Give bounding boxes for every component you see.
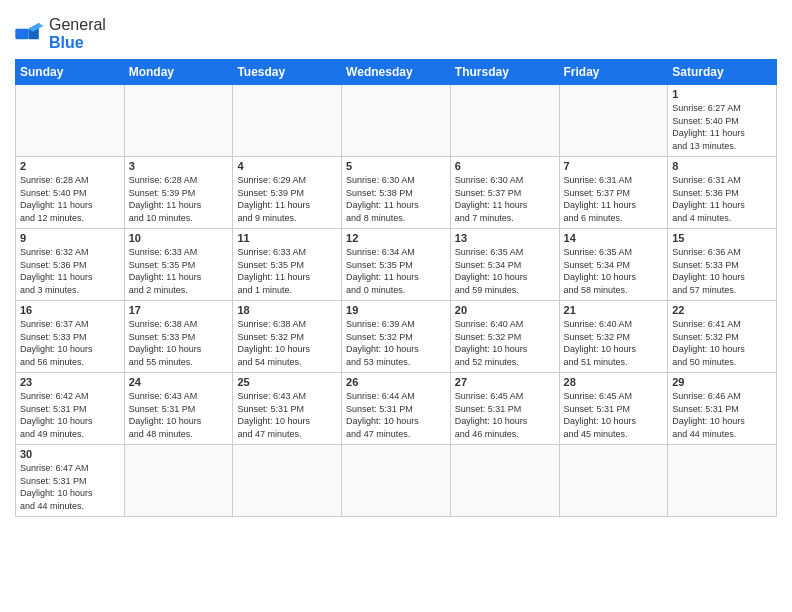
calendar-week-0: 1Sunrise: 6:27 AM Sunset: 5:40 PM Daylig…: [16, 85, 777, 157]
calendar-week-1: 2Sunrise: 6:28 AM Sunset: 5:40 PM Daylig…: [16, 157, 777, 229]
calendar-cell: 16Sunrise: 6:37 AM Sunset: 5:33 PM Dayli…: [16, 301, 125, 373]
day-number: 7: [564, 160, 664, 172]
day-info: Sunrise: 6:28 AM Sunset: 5:39 PM Dayligh…: [129, 174, 229, 224]
day-info: Sunrise: 6:30 AM Sunset: 5:38 PM Dayligh…: [346, 174, 446, 224]
day-number: 15: [672, 232, 772, 244]
calendar-cell: [559, 85, 668, 157]
day-number: 6: [455, 160, 555, 172]
day-info: Sunrise: 6:28 AM Sunset: 5:40 PM Dayligh…: [20, 174, 120, 224]
calendar-cell: 7Sunrise: 6:31 AM Sunset: 5:37 PM Daylig…: [559, 157, 668, 229]
logo: General Blue: [15, 16, 106, 51]
day-info: Sunrise: 6:42 AM Sunset: 5:31 PM Dayligh…: [20, 390, 120, 440]
calendar-cell: [233, 445, 342, 516]
weekday-header-friday: Friday: [559, 60, 668, 85]
calendar-cell: 25Sunrise: 6:43 AM Sunset: 5:31 PM Dayli…: [233, 373, 342, 445]
calendar-cell: [124, 445, 233, 516]
calendar-week-4: 23Sunrise: 6:42 AM Sunset: 5:31 PM Dayli…: [16, 373, 777, 445]
calendar-cell: [559, 445, 668, 516]
weekday-header-wednesday: Wednesday: [342, 60, 451, 85]
day-info: Sunrise: 6:46 AM Sunset: 5:31 PM Dayligh…: [672, 390, 772, 440]
day-info: Sunrise: 6:33 AM Sunset: 5:35 PM Dayligh…: [237, 246, 337, 296]
calendar-cell: 30Sunrise: 6:47 AM Sunset: 5:31 PM Dayli…: [16, 445, 125, 516]
calendar-header: SundayMondayTuesdayWednesdayThursdayFrid…: [16, 60, 777, 85]
day-number: 12: [346, 232, 446, 244]
day-number: 4: [237, 160, 337, 172]
day-info: Sunrise: 6:30 AM Sunset: 5:37 PM Dayligh…: [455, 174, 555, 224]
calendar-cell: 18Sunrise: 6:38 AM Sunset: 5:32 PM Dayli…: [233, 301, 342, 373]
calendar-week-2: 9Sunrise: 6:32 AM Sunset: 5:36 PM Daylig…: [16, 229, 777, 301]
day-number: 23: [20, 376, 120, 388]
calendar-cell: 27Sunrise: 6:45 AM Sunset: 5:31 PM Dayli…: [450, 373, 559, 445]
day-info: Sunrise: 6:43 AM Sunset: 5:31 PM Dayligh…: [237, 390, 337, 440]
calendar-cell: 29Sunrise: 6:46 AM Sunset: 5:31 PM Dayli…: [668, 373, 777, 445]
day-number: 3: [129, 160, 229, 172]
weekday-header-thursday: Thursday: [450, 60, 559, 85]
day-info: Sunrise: 6:41 AM Sunset: 5:32 PM Dayligh…: [672, 318, 772, 368]
logo-icon: [15, 23, 45, 45]
svg-rect-0: [15, 28, 28, 38]
day-number: 11: [237, 232, 337, 244]
day-info: Sunrise: 6:31 AM Sunset: 5:36 PM Dayligh…: [672, 174, 772, 224]
day-info: Sunrise: 6:44 AM Sunset: 5:31 PM Dayligh…: [346, 390, 446, 440]
day-info: Sunrise: 6:43 AM Sunset: 5:31 PM Dayligh…: [129, 390, 229, 440]
calendar-cell: 6Sunrise: 6:30 AM Sunset: 5:37 PM Daylig…: [450, 157, 559, 229]
day-number: 1: [672, 88, 772, 100]
day-info: Sunrise: 6:29 AM Sunset: 5:39 PM Dayligh…: [237, 174, 337, 224]
day-info: Sunrise: 6:45 AM Sunset: 5:31 PM Dayligh…: [564, 390, 664, 440]
day-number: 10: [129, 232, 229, 244]
day-number: 26: [346, 376, 446, 388]
day-number: 19: [346, 304, 446, 316]
weekday-header-monday: Monday: [124, 60, 233, 85]
day-number: 5: [346, 160, 446, 172]
calendar-cell: 12Sunrise: 6:34 AM Sunset: 5:35 PM Dayli…: [342, 229, 451, 301]
calendar-week-3: 16Sunrise: 6:37 AM Sunset: 5:33 PM Dayli…: [16, 301, 777, 373]
day-info: Sunrise: 6:33 AM Sunset: 5:35 PM Dayligh…: [129, 246, 229, 296]
day-number: 8: [672, 160, 772, 172]
day-number: 17: [129, 304, 229, 316]
day-number: 2: [20, 160, 120, 172]
day-info: Sunrise: 6:47 AM Sunset: 5:31 PM Dayligh…: [20, 462, 120, 512]
day-info: Sunrise: 6:37 AM Sunset: 5:33 PM Dayligh…: [20, 318, 120, 368]
calendar-cell: [16, 85, 125, 157]
calendar-cell: 2Sunrise: 6:28 AM Sunset: 5:40 PM Daylig…: [16, 157, 125, 229]
day-number: 16: [20, 304, 120, 316]
day-number: 22: [672, 304, 772, 316]
day-info: Sunrise: 6:34 AM Sunset: 5:35 PM Dayligh…: [346, 246, 446, 296]
logo-text: General Blue: [49, 16, 106, 51]
day-info: Sunrise: 6:38 AM Sunset: 5:32 PM Dayligh…: [237, 318, 337, 368]
header: General Blue: [15, 10, 777, 51]
calendar-cell: 5Sunrise: 6:30 AM Sunset: 5:38 PM Daylig…: [342, 157, 451, 229]
calendar-cell: [124, 85, 233, 157]
calendar-table: SundayMondayTuesdayWednesdayThursdayFrid…: [15, 59, 777, 516]
calendar-cell: 21Sunrise: 6:40 AM Sunset: 5:32 PM Dayli…: [559, 301, 668, 373]
calendar-week-5: 30Sunrise: 6:47 AM Sunset: 5:31 PM Dayli…: [16, 445, 777, 516]
weekday-row: SundayMondayTuesdayWednesdayThursdayFrid…: [16, 60, 777, 85]
weekday-header-sunday: Sunday: [16, 60, 125, 85]
day-number: 25: [237, 376, 337, 388]
day-info: Sunrise: 6:39 AM Sunset: 5:32 PM Dayligh…: [346, 318, 446, 368]
calendar-cell: 14Sunrise: 6:35 AM Sunset: 5:34 PM Dayli…: [559, 229, 668, 301]
day-info: Sunrise: 6:40 AM Sunset: 5:32 PM Dayligh…: [564, 318, 664, 368]
page: General Blue SundayMondayTuesdayWednesda…: [0, 0, 792, 612]
calendar-cell: 1Sunrise: 6:27 AM Sunset: 5:40 PM Daylig…: [668, 85, 777, 157]
calendar-cell: 9Sunrise: 6:32 AM Sunset: 5:36 PM Daylig…: [16, 229, 125, 301]
day-number: 24: [129, 376, 229, 388]
calendar-cell: 17Sunrise: 6:38 AM Sunset: 5:33 PM Dayli…: [124, 301, 233, 373]
calendar-body: 1Sunrise: 6:27 AM Sunset: 5:40 PM Daylig…: [16, 85, 777, 516]
calendar-cell: 4Sunrise: 6:29 AM Sunset: 5:39 PM Daylig…: [233, 157, 342, 229]
day-number: 28: [564, 376, 664, 388]
calendar-cell: 20Sunrise: 6:40 AM Sunset: 5:32 PM Dayli…: [450, 301, 559, 373]
calendar-cell: 11Sunrise: 6:33 AM Sunset: 5:35 PM Dayli…: [233, 229, 342, 301]
calendar-cell: [342, 445, 451, 516]
day-number: 27: [455, 376, 555, 388]
calendar-cell: 26Sunrise: 6:44 AM Sunset: 5:31 PM Dayli…: [342, 373, 451, 445]
day-number: 9: [20, 232, 120, 244]
day-number: 18: [237, 304, 337, 316]
weekday-header-saturday: Saturday: [668, 60, 777, 85]
calendar-cell: 19Sunrise: 6:39 AM Sunset: 5:32 PM Dayli…: [342, 301, 451, 373]
calendar-cell: 28Sunrise: 6:45 AM Sunset: 5:31 PM Dayli…: [559, 373, 668, 445]
calendar-cell: 10Sunrise: 6:33 AM Sunset: 5:35 PM Dayli…: [124, 229, 233, 301]
weekday-header-tuesday: Tuesday: [233, 60, 342, 85]
day-info: Sunrise: 6:36 AM Sunset: 5:33 PM Dayligh…: [672, 246, 772, 296]
day-info: Sunrise: 6:35 AM Sunset: 5:34 PM Dayligh…: [564, 246, 664, 296]
